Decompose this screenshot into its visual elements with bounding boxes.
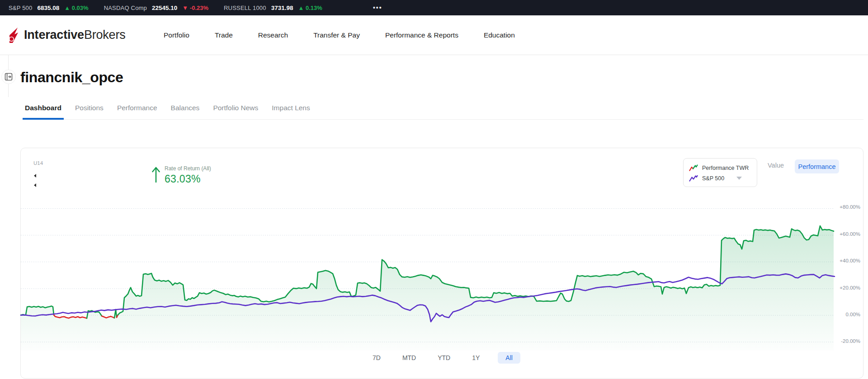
expand-panel-button[interactable]: [1, 70, 16, 84]
brand-logo[interactable]: InteractiveBrokers: [8, 27, 126, 43]
tab-impact-lens[interactable]: Impact Lens: [269, 104, 312, 120]
y-axis-label: +60.00%: [832, 231, 860, 237]
performance-view-toggle[interactable]: Performance: [795, 159, 839, 173]
rate-of-return-block: Rate of Return (All) 63.03%: [151, 165, 211, 185]
page-title: financnik_opce: [20, 69, 123, 86]
nav-item-research[interactable]: Research: [258, 31, 288, 39]
brand-bold: Interactive: [24, 28, 84, 42]
account-id-label: U14: [33, 160, 43, 166]
range-button-ytd[interactable]: YTD: [434, 352, 454, 364]
ticker-change: ▲ 0.03%: [64, 5, 88, 11]
tab-balances[interactable]: Balances: [169, 104, 202, 120]
range-button-all[interactable]: All: [498, 352, 520, 364]
portfolio-tabs: Dashboard Positions Performance Balances…: [23, 100, 863, 120]
legend-label: S&P 500: [702, 175, 724, 182]
brand-mark-icon: [8, 27, 20, 43]
chevron-down-icon[interactable]: [736, 177, 742, 180]
market-ticker-bar: S&P 500 6835.08 ▲ 0.03% NASDAQ Comp 2254…: [0, 0, 868, 15]
expand-panel-icon: [5, 73, 13, 81]
collapsed-marker-icon: [34, 174, 36, 178]
performance-chart: [21, 190, 835, 351]
range-button-1y[interactable]: 1Y: [468, 352, 483, 364]
ticker-change: ▼ -0.23%: [182, 5, 208, 11]
y-axis-label: +20.00%: [832, 285, 860, 290]
ticker-symbol: S&P 500: [9, 5, 32, 11]
y-axis-label: +80.00%: [832, 204, 860, 210]
brand-name: InteractiveBrokers: [24, 28, 126, 42]
value-view-toggle[interactable]: Value: [768, 162, 784, 169]
ticker-item[interactable]: S&P 500 6835.08 ▲ 0.03%: [9, 5, 89, 11]
legend-label: Performance TWR: [702, 165, 749, 171]
nav-item-transfer-pay[interactable]: Transfer & Pay: [313, 31, 360, 39]
ticker-item[interactable]: NASDAQ Comp 22545.10 ▼ -0.23%: [104, 5, 208, 11]
nav-item-trade[interactable]: Trade: [215, 31, 233, 39]
up-arrow-icon: [151, 165, 161, 185]
rate-of-return-label: Rate of Return (All): [165, 165, 211, 172]
tab-positions[interactable]: Positions: [73, 104, 106, 120]
collapsed-marker-icon: [34, 183, 36, 187]
tab-portfolio-news[interactable]: Portfolio News: [211, 104, 260, 120]
ticker-value: 22545.10: [152, 5, 177, 11]
nav-item-performance-reports[interactable]: Performance & Reports: [385, 31, 458, 39]
time-range-selector: 7D MTD YTD 1Y All: [369, 352, 520, 364]
ticker-change: ▲ 0.13%: [298, 5, 322, 11]
performance-twr-swatch-icon: [689, 164, 698, 172]
nav-menu: Portfolio Trade Research Transfer & Pay …: [164, 15, 515, 55]
rate-of-return-value: 63.03%: [165, 173, 211, 185]
y-axis-label: 0.00%: [832, 312, 860, 317]
ticker-value: 3731.98: [271, 5, 293, 11]
legend-item-performance-twr[interactable]: Performance TWR: [689, 163, 751, 173]
ticker-item[interactable]: RUSSELL 1000 3731.98 ▲ 0.13%: [224, 5, 322, 11]
tab-dashboard[interactable]: Dashboard: [23, 104, 64, 120]
brand-regular: Brokers: [84, 28, 126, 42]
range-button-7d[interactable]: 7D: [369, 352, 384, 364]
performance-card: U14 Rate of Return (All) 63.03% Performa…: [20, 148, 863, 379]
legend-item-sp500[interactable]: S&P 500: [689, 173, 751, 183]
ticker-symbol: RUSSELL 1000: [224, 5, 266, 11]
tab-performance[interactable]: Performance: [115, 104, 160, 120]
ticker-symbol: NASDAQ Comp: [104, 5, 147, 11]
sp500-swatch-icon: [689, 175, 698, 182]
ticker-value: 6835.08: [37, 5, 59, 11]
main-nav: InteractiveBrokers Portfolio Trade Resea…: [0, 15, 868, 55]
y-axis-label: -20.00%: [832, 338, 860, 344]
range-button-mtd[interactable]: MTD: [399, 352, 420, 364]
nav-item-education[interactable]: Education: [484, 31, 515, 39]
chart-legend: Performance TWR S&P 500: [683, 158, 757, 187]
ticker-more-icon[interactable]: •••: [373, 4, 382, 11]
y-axis-label: +40.00%: [832, 258, 860, 263]
nav-item-portfolio[interactable]: Portfolio: [164, 31, 189, 39]
